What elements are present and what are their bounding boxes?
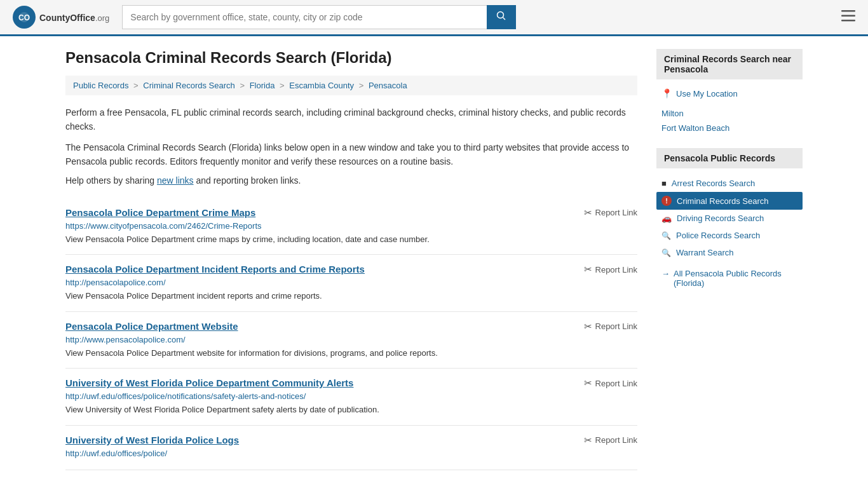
result-url[interactable]: http://uwf.edu/offices/police/ <box>65 449 637 458</box>
use-my-location[interactable]: 📍 Use My Location <box>656 86 803 101</box>
svg-rect-7 <box>841 20 855 22</box>
sidebar-criminal-records[interactable]: ! Criminal Records Search <box>656 192 803 210</box>
result-desc: View Pensacola Police Department crime m… <box>65 233 637 246</box>
fort-walton-link[interactable]: Fort Walton Beach <box>661 123 729 133</box>
breadcrumb-sep-2: > <box>240 81 247 90</box>
result-title[interactable]: Pensacola Police Department Website <box>65 321 238 332</box>
logo-text: CountyOffice.org <box>39 11 109 24</box>
criminal-records-link[interactable]: Criminal Records Search <box>677 196 769 206</box>
police-records-link[interactable]: Police Records Search <box>676 231 760 240</box>
intro-paragraph-2: The Pensacola Criminal Records Search (F… <box>65 140 637 169</box>
warrant-search-link[interactable]: Warrant Search <box>676 248 734 257</box>
driving-records-icon: 🚗 <box>661 214 672 223</box>
arrest-records-link[interactable]: Arrest Records Search <box>672 179 756 188</box>
result-url[interactable]: http://uwf.edu/offices/police/notificati… <box>65 391 637 401</box>
result-title[interactable]: University of West Florida Police Logs <box>65 435 239 445</box>
use-location-link[interactable]: Use My Location <box>676 89 738 98</box>
main: Pensacola Criminal Records Search (Flori… <box>53 36 815 483</box>
report-link[interactable]: ✂ Report Link <box>584 321 637 332</box>
header: CO CountyOffice.org <box>0 0 868 36</box>
result-desc: View Pensacola Police Department inciden… <box>65 290 637 302</box>
driving-records-link[interactable]: Driving Records Search <box>677 214 764 223</box>
result-url[interactable]: http://www.pensacolapolice.com/ <box>65 335 637 344</box>
all-pensacola-records[interactable]: All Pensacola Public Records (Florida) <box>674 269 797 288</box>
report-icon: ✂ <box>584 264 592 275</box>
report-link[interactable]: ✂ Report Link <box>584 207 637 219</box>
report-link[interactable]: ✂ Report Link <box>584 264 637 275</box>
result-item: Pensacola Police Department Incident Rep… <box>65 255 637 312</box>
sidebar-heading-nearby: Criminal Records Search near Pensacola <box>656 49 803 79</box>
report-icon: ✂ <box>584 377 592 389</box>
svg-rect-6 <box>841 15 855 17</box>
new-links[interactable]: new links <box>157 175 194 186</box>
result-item: Pensacola Police Department Crime Maps ✂… <box>65 198 637 255</box>
sidebar-heading-public-records: Pensacola Public Records <box>656 148 803 168</box>
share-text: Help others by sharing new links and rep… <box>65 175 637 186</box>
location-pin-icon: 📍 <box>661 88 672 98</box>
result-header: Pensacola Police Department Crime Maps ✂… <box>65 207 637 219</box>
sidebar: Criminal Records Search near Pensacola 📍… <box>656 49 803 470</box>
page-title: Pensacola Criminal Records Search (Flori… <box>65 49 637 67</box>
breadcrumb-public-records[interactable]: Public Records <box>73 81 128 90</box>
all-records-link[interactable]: → All Pensacola Public Records (Florida) <box>656 265 803 292</box>
result-item: University of West Florida Police Depart… <box>65 369 637 426</box>
svg-rect-5 <box>841 10 855 12</box>
logo[interactable]: CO CountyOffice.org <box>13 6 109 29</box>
report-link[interactable]: ✂ Report Link <box>584 377 637 389</box>
report-icon: ✂ <box>584 207 592 219</box>
result-title[interactable]: Pensacola Police Department Incident Rep… <box>65 264 365 274</box>
sidebar-driving-records[interactable]: 🚗 Driving Records Search <box>656 210 803 227</box>
breadcrumb-escambia[interactable]: Escambia County <box>289 81 354 90</box>
result-title[interactable]: Pensacola Police Department Crime Maps <box>65 207 255 218</box>
svg-text:CO: CO <box>18 13 30 22</box>
sidebar-police-records[interactable]: 🔍 Police Records Search <box>656 227 803 244</box>
result-header: Pensacola Police Department Incident Rep… <box>65 264 637 275</box>
warrant-icon: 🔍 <box>661 248 671 257</box>
breadcrumb-sep-3: > <box>280 81 287 90</box>
intro-paragraph-1: Perform a free Pensacola, FL public crim… <box>65 105 637 134</box>
sidebar-section-nearby: Criminal Records Search near Pensacola 📍… <box>656 49 803 135</box>
result-url[interactable]: https://www.cityofpensacola.com/2462/Cri… <box>65 221 637 231</box>
svg-point-3 <box>498 12 504 18</box>
search-button[interactable] <box>487 5 516 29</box>
arrow-icon: → <box>661 269 670 278</box>
nearby-city-milton[interactable]: Milton <box>656 106 803 121</box>
result-desc: View University of West Florida Police D… <box>65 403 637 416</box>
result-title[interactable]: University of West Florida Police Depart… <box>65 377 353 388</box>
breadcrumb: Public Records > Criminal Records Search… <box>65 76 637 95</box>
result-header: Pensacola Police Department Website ✂ Re… <box>65 321 637 332</box>
breadcrumb-florida[interactable]: Florida <box>250 81 275 90</box>
menu-button[interactable] <box>841 10 855 24</box>
criminal-records-icon: ! <box>661 196 672 206</box>
results-list: Pensacola Police Department Crime Maps ✂… <box>65 198 637 470</box>
sidebar-warrant-search[interactable]: 🔍 Warrant Search <box>656 244 803 261</box>
result-header: University of West Florida Police Logs ✂… <box>65 435 637 446</box>
result-item: Pensacola Police Department Website ✂ Re… <box>65 312 637 369</box>
content-area: Pensacola Criminal Records Search (Flori… <box>65 49 637 470</box>
breadcrumb-pensacola[interactable]: Pensacola <box>369 81 407 90</box>
nearby-city-fort-walton[interactable]: Fort Walton Beach <box>656 121 803 135</box>
search-area <box>122 5 516 29</box>
result-desc: View Pensacola Police Department website… <box>65 347 637 360</box>
result-item: University of West Florida Police Logs ✂… <box>65 426 637 470</box>
report-icon: ✂ <box>584 435 592 446</box>
result-header: University of West Florida Police Depart… <box>65 377 637 389</box>
search-input[interactable] <box>122 5 487 29</box>
breadcrumb-sep-4: > <box>359 81 366 90</box>
report-icon: ✂ <box>584 321 592 332</box>
sidebar-arrest-records[interactable]: ■ Arrest Records Search <box>656 175 803 192</box>
arrest-records-icon: ■ <box>661 179 667 188</box>
svg-line-4 <box>503 18 506 20</box>
result-url[interactable]: http://pensacolapolice.com/ <box>65 278 637 287</box>
report-link[interactable]: ✂ Report Link <box>584 435 637 446</box>
breadcrumb-sep-1: > <box>133 81 140 90</box>
logo-icon: CO <box>13 6 36 29</box>
sidebar-section-public-records: Pensacola Public Records ■ Arrest Record… <box>656 148 803 292</box>
breadcrumb-criminal-records[interactable]: Criminal Records Search <box>143 81 235 90</box>
sidebar-links-list: ■ Arrest Records Search ! Criminal Recor… <box>656 175 803 261</box>
milton-link[interactable]: Milton <box>661 109 684 118</box>
police-records-icon: 🔍 <box>661 231 671 240</box>
